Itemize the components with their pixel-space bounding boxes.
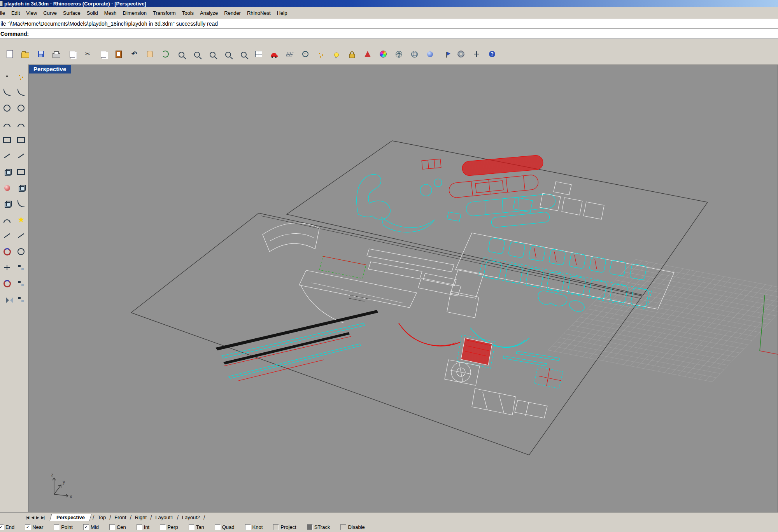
osnap-mid[interactable]: ✓Mid [83,524,99,530]
osnap-checkbox-disable[interactable] [340,524,346,530]
render-preview-button[interactable] [362,48,373,60]
line-segment-button[interactable] [15,150,27,162]
osnap-quad[interactable]: Quad [215,524,235,530]
menu-solid[interactable]: Solid [84,9,101,17]
osnap-point[interactable]: Point [54,524,73,530]
viewport-tab-right[interactable]: Right [132,514,150,521]
osnap-checkbox-perp[interactable] [160,524,166,530]
tab-nav-first[interactable]: |◀ [26,515,29,520]
surface-from-corners-button[interactable] [1,166,13,178]
extrude-curve-button[interactable] [15,198,27,210]
osnap-knot[interactable]: Knot [245,524,263,530]
lock-objects-button[interactable] [346,48,358,60]
print-button[interactable] [51,48,62,60]
move-button[interactable] [1,261,13,274]
save-button[interactable] [35,48,47,60]
osnap-checkbox-strack[interactable] [307,524,313,530]
ghosted-display-button[interactable] [408,48,420,60]
box-button[interactable] [1,198,13,210]
menu-view[interactable]: View [23,9,40,17]
zoom-in-button[interactable] [191,48,202,60]
render-mesh-settings-button[interactable] [284,48,296,60]
rotate-view-button[interactable] [159,48,171,60]
paste-button[interactable] [113,48,124,60]
copy-to-clipboard-button[interactable] [66,48,78,60]
viewport-title-tab[interactable]: Perspective [29,65,71,74]
menu-mesh[interactable]: Mesh [101,9,120,17]
fillet-curves-button[interactable] [1,214,13,226]
pan-view-button[interactable] [144,48,156,60]
menu-rhinonest[interactable]: RhinoNest [244,9,274,17]
viewport-tab-perspective[interactable]: Perspective [49,514,91,521]
point-cloud-button[interactable] [315,48,327,60]
osnap-checkbox-tan[interactable] [189,524,194,530]
rectangle-button[interactable] [1,134,13,146]
viewport-tab-front[interactable]: Front [111,514,129,521]
osnap-int[interactable]: Int [137,524,149,530]
menu-render[interactable]: Render [221,9,244,17]
array-objects-button[interactable] [15,293,27,306]
offset-curve-button[interactable] [15,245,27,258]
command-line[interactable]: Command: [0,29,778,38]
zoom-dynamic-button[interactable] [175,48,187,60]
help-button[interactable] [486,48,498,60]
undo-button[interactable] [128,48,140,60]
menu-tools[interactable]: Tools [179,9,197,17]
light-button[interactable] [331,48,342,60]
menu-transform[interactable]: Transform [150,9,179,17]
conic-button[interactable] [15,118,27,130]
osnap-checkbox-int[interactable] [137,524,142,530]
flag-marker-button[interactable] [440,48,451,60]
wireframe-display-button[interactable] [393,48,405,60]
polygon-button[interactable] [15,134,27,146]
join-button[interactable] [1,245,13,258]
explode-button[interactable] [15,214,27,226]
osnap-end[interactable]: ✓End [0,524,14,530]
ellipse-button[interactable] [15,102,27,114]
osnap-project[interactable]: Project [273,524,296,530]
new-file-button[interactable] [4,48,16,60]
osnap-checkbox-mid[interactable]: ✓ [83,524,89,530]
plane-button[interactable] [15,166,27,178]
osnap-perp[interactable]: Perp [160,524,178,530]
rhinonest-button[interactable] [268,48,280,60]
tab-nav-prev[interactable]: ◀ [31,515,34,520]
open-file-button[interactable] [19,48,31,60]
menu-file[interactable]: File [0,9,8,17]
copy-object-button[interactable] [15,261,27,274]
osnap-cen[interactable]: Cen [109,524,126,530]
menu-dimension[interactable]: Dimension [120,9,150,17]
menu-curve[interactable]: Curve [40,9,60,17]
color-picker-button[interactable] [377,48,389,60]
viewport-layout-button[interactable] [253,48,265,60]
osnap-checkbox-project[interactable] [273,524,279,530]
scale-object-button[interactable] [15,277,27,290]
zoom-window-button[interactable] [206,48,218,60]
point-grid-button[interactable] [15,70,27,82]
osnap-checkbox-end[interactable]: ✓ [0,524,4,530]
osnap-checkbox-near[interactable]: ✓ [25,524,31,530]
menu-analyze[interactable]: Analyze [197,9,221,17]
arc-center-button[interactable] [1,118,13,130]
mirror-object-button[interactable] [1,293,13,306]
shaded-display-button[interactable] [424,48,436,60]
menu-edit[interactable]: Edit [8,9,23,17]
options-button[interactable] [455,48,467,60]
cylinder-button[interactable] [15,182,27,194]
osnap-checkbox-knot[interactable] [245,524,251,530]
tab-nav-next[interactable]: ▶ [36,515,39,520]
osnap-disable[interactable]: Disable [340,524,364,530]
smarttrack-button[interactable] [471,48,482,60]
osnap-strack[interactable]: STrack [307,524,330,530]
sphere-button[interactable] [1,182,13,194]
osnap-checkbox-point[interactable] [54,524,60,530]
viewport-canvas[interactable]: z y x [28,65,778,512]
viewport-tab-top[interactable]: Top [95,514,109,521]
osnap-checkbox-quad[interactable] [215,524,221,530]
split-button[interactable] [15,229,27,242]
interpolate-curve-button[interactable] [15,86,27,98]
control-point-curve-button[interactable] [1,86,13,98]
osnap-near[interactable]: ✓Near [25,524,43,530]
single-point-button[interactable] [1,70,13,82]
viewport-tab-layout1[interactable]: Layout1 [152,514,176,521]
